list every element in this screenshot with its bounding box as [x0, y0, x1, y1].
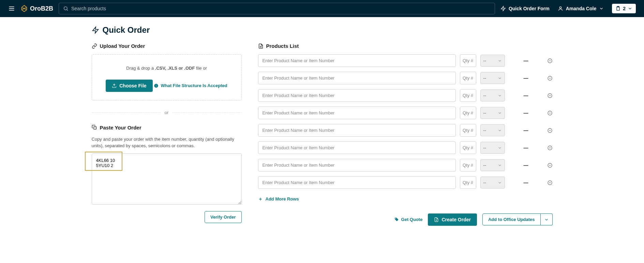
remove-row-button[interactable] — [547, 145, 553, 151]
get-quote-button[interactable]: Get Quote — [394, 217, 423, 222]
upload-hint: Drag & drop a .CSV, .XLS or .ODF file or — [99, 66, 235, 71]
price-value: — — [509, 145, 543, 151]
chevron-down-icon — [544, 217, 549, 222]
remove-row-button[interactable] — [547, 128, 553, 133]
chevron-down-icon — [498, 94, 502, 98]
product-row: -- — — [258, 107, 553, 119]
product-name-input[interactable] — [258, 72, 456, 84]
cart-count: 2 — [623, 6, 626, 11]
choose-file-button[interactable]: Choose File — [106, 80, 152, 92]
products-section-title: Products List — [258, 43, 553, 49]
product-name-input[interactable] — [258, 89, 456, 102]
verify-order-button[interactable]: Verify Order — [205, 211, 241, 223]
product-row: -- — — [258, 176, 553, 189]
product-row: -- — — [258, 141, 553, 154]
product-name-input[interactable] — [258, 159, 456, 171]
paste-textarea[interactable] — [92, 153, 242, 205]
add-to-list-group: Add to Office Updates — [482, 213, 553, 225]
chevron-down-icon — [599, 6, 604, 11]
qty-input[interactable] — [460, 72, 476, 84]
chevron-down-icon — [498, 128, 502, 133]
qty-input[interactable] — [460, 54, 476, 67]
svg-point-35 — [395, 218, 396, 219]
qty-input[interactable] — [460, 141, 476, 154]
lightning-icon — [500, 6, 506, 11]
paste-description: Copy and paste your order with the item … — [92, 136, 242, 149]
chevron-down-icon — [498, 111, 502, 115]
logo[interactable]: OroB2B — [20, 5, 53, 12]
remove-row-button[interactable] — [547, 75, 553, 81]
unit-value: -- — [483, 180, 486, 185]
remove-row-button[interactable] — [547, 180, 553, 185]
price-value: — — [509, 110, 543, 116]
chevron-down-icon — [498, 146, 502, 150]
product-name-input[interactable] — [258, 124, 456, 137]
remove-row-button[interactable] — [547, 110, 553, 116]
user-menu[interactable]: Amanda Cole — [558, 6, 604, 11]
unit-value: -- — [483, 93, 486, 98]
unit-select[interactable]: -- — [480, 107, 505, 119]
product-name-input[interactable] — [258, 54, 456, 67]
create-order-button[interactable]: Create Order — [428, 213, 477, 226]
product-name-input[interactable] — [258, 141, 456, 154]
add-more-rows-button[interactable]: Add More Rows — [258, 196, 299, 202]
search-container[interactable] — [59, 3, 495, 14]
chevron-down-icon — [498, 181, 502, 185]
chevron-down-icon — [628, 6, 632, 11]
lightning-icon — [92, 26, 99, 34]
svg-point-13 — [156, 84, 156, 85]
qty-input[interactable] — [460, 89, 476, 102]
product-row: -- — — [258, 72, 553, 84]
qty-input[interactable] — [460, 107, 476, 119]
file-structure-link[interactable]: What File Structure Is Accepted — [154, 83, 227, 88]
svg-rect-14 — [94, 127, 96, 129]
add-to-list-dropdown[interactable] — [541, 213, 553, 225]
remove-icon — [547, 93, 553, 98]
qty-input[interactable] — [460, 159, 476, 171]
remove-row-button[interactable] — [547, 58, 553, 64]
chevron-down-icon — [498, 163, 502, 167]
unit-select[interactable]: -- — [480, 89, 505, 101]
product-name-input[interactable] — [258, 107, 456, 119]
top-header: OroB2B Quick Order Form Amanda Cole 2 — [0, 0, 644, 17]
chevron-down-icon — [498, 59, 502, 63]
unit-select[interactable]: -- — [480, 55, 505, 67]
remove-icon — [547, 58, 553, 64]
hamburger-icon — [8, 5, 15, 12]
remove-row-button[interactable] — [547, 163, 553, 168]
quick-order-form-link[interactable]: Quick Order Form — [500, 6, 550, 11]
tag-icon — [394, 217, 399, 222]
upload-dropzone[interactable]: Drag & drop a .CSV, .XLS or .ODF file or… — [92, 54, 242, 100]
qty-input[interactable] — [460, 124, 476, 137]
document-plus-icon — [434, 217, 439, 222]
unit-select[interactable]: -- — [480, 124, 505, 136]
search-icon — [63, 6, 69, 11]
page-title: Quick Order — [92, 25, 553, 35]
unit-select[interactable]: -- — [480, 72, 505, 84]
remove-icon — [547, 145, 553, 151]
upload-icon — [112, 83, 117, 88]
svg-marker-5 — [501, 6, 505, 11]
paste-section-title: Paste Your Order — [92, 125, 242, 130]
unit-select[interactable]: -- — [480, 177, 505, 189]
upload-section-title: Upload Your Order — [92, 43, 242, 49]
svg-line-4 — [67, 10, 68, 11]
product-row: -- — — [258, 124, 553, 137]
qty-input[interactable] — [460, 176, 476, 189]
add-to-list-button[interactable]: Add to Office Updates — [482, 213, 541, 225]
cart-button[interactable]: 2 — [612, 4, 636, 13]
unit-value: -- — [483, 110, 486, 115]
price-value: — — [509, 75, 543, 81]
price-value: — — [509, 58, 543, 64]
copy-icon — [92, 125, 97, 130]
user-icon — [558, 6, 563, 11]
unit-select[interactable]: -- — [480, 159, 505, 171]
search-input[interactable] — [71, 6, 491, 11]
svg-point-3 — [64, 7, 67, 10]
menu-toggle[interactable] — [8, 5, 15, 12]
unit-select[interactable]: -- — [480, 142, 505, 154]
product-name-input[interactable] — [258, 176, 456, 189]
remove-row-button[interactable] — [547, 93, 553, 98]
clipboard-icon — [615, 6, 621, 11]
document-icon — [258, 43, 264, 49]
